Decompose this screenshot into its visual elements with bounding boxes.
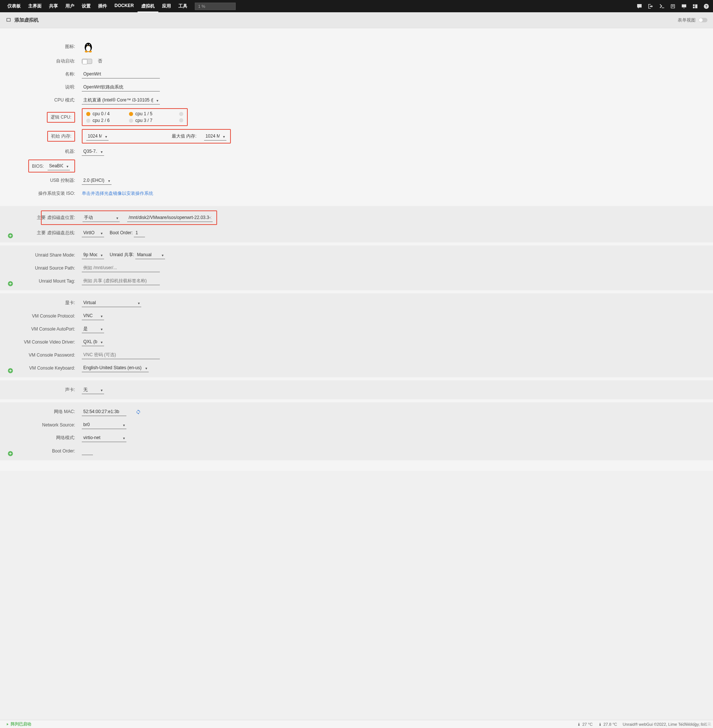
- nav-items: 仪表板 主界面 共享 用户 设置 插件 DOCKER 虚拟机 应用 工具: [4, 0, 191, 12]
- cpu6-dot[interactable]: [179, 118, 183, 122]
- cpu2-label: cpu 2 / 6: [92, 118, 110, 123]
- share-label2: Unraid 共享:: [110, 252, 134, 257]
- network-section: 网络 MAC: Network Source: br0 网络模式: virtio…: [0, 402, 713, 460]
- vdisk-bus-select[interactable]: VirtIO: [82, 229, 104, 237]
- share-mode-label: Unraid Share Mode:: [0, 252, 82, 258]
- source-path-label: Unraid Source Path:: [0, 266, 82, 271]
- desc-input[interactable]: [82, 83, 160, 91]
- sound-label: 声卡:: [0, 387, 82, 393]
- cpu2-dot[interactable]: [86, 119, 90, 123]
- add-share-button[interactable]: [7, 281, 13, 286]
- share-mode-select[interactable]: 9p Mode: [82, 251, 104, 259]
- layout-icon[interactable]: [692, 3, 698, 9]
- nav-users[interactable]: 用户: [62, 0, 78, 12]
- terminal-icon[interactable]: [659, 3, 665, 9]
- nav-vms[interactable]: 虚拟机: [137, 0, 158, 12]
- feedback-icon[interactable]: [637, 3, 642, 9]
- cpu3-dot[interactable]: [129, 119, 133, 123]
- video-driver-select[interactable]: QXL (best): [82, 338, 104, 346]
- vdisk-path-input[interactable]: [127, 213, 213, 222]
- gpu-select[interactable]: Virtual: [82, 298, 141, 307]
- nav-settings[interactable]: 设置: [78, 0, 94, 12]
- cpu4-dot[interactable]: [179, 112, 183, 116]
- logout-icon[interactable]: [647, 3, 653, 9]
- desc-label: 说明:: [0, 84, 82, 90]
- cpu1-dot[interactable]: [129, 112, 133, 116]
- linux-tux-icon[interactable]: [82, 40, 95, 53]
- autostart-label: 自动启动:: [0, 58, 82, 64]
- name-input[interactable]: [82, 70, 160, 78]
- add-nic-button[interactable]: [7, 451, 13, 456]
- mount-tag-input[interactable]: [82, 277, 160, 285]
- monitor-icon[interactable]: [681, 3, 687, 9]
- add-vdisk-button[interactable]: [7, 233, 13, 239]
- usb-select[interactable]: 2.0 (EHCI): [82, 176, 112, 185]
- cpu3-label: cpu 3 / 7: [135, 118, 152, 123]
- console-pass-label: VM Console Password:: [0, 352, 82, 358]
- share-section: Unraid Share Mode: 9p Mode Unraid 共享: Ma…: [0, 245, 713, 290]
- usb-label: USB 控制器:: [0, 178, 82, 183]
- console-auto-select[interactable]: 是: [82, 325, 104, 333]
- net-source-select[interactable]: br0: [82, 421, 127, 429]
- nav-apps[interactable]: 应用: [158, 0, 175, 12]
- gpu-label: 显卡:: [0, 300, 82, 306]
- console-kb-select[interactable]: English-United States (en-us): [82, 364, 149, 372]
- autostart-text: 否: [98, 58, 102, 64]
- init-mem-label: 初始 内存:: [47, 131, 75, 142]
- name-label: 名称:: [0, 71, 82, 78]
- nav-plugins[interactable]: 插件: [94, 0, 111, 12]
- svg-point-8: [85, 51, 88, 52]
- cpu-mode-select[interactable]: 主机直通 (Intel® Core™ i3-10105 @ 3.70GHz): [82, 96, 160, 104]
- top-nav: 仪表板 主界面 共享 用户 设置 插件 DOCKER 虚拟机 应用 工具 ?: [0, 0, 713, 12]
- nav-main[interactable]: 主界面: [25, 0, 45, 12]
- boot-order2-input[interactable]: [82, 446, 93, 455]
- net-source-label: Network Source:: [0, 422, 82, 428]
- vdisk-loc-select[interactable]: 手动: [82, 213, 120, 222]
- form-view-label: 表单视图: [678, 17, 695, 24]
- sound-select[interactable]: 无: [82, 386, 104, 394]
- cpu1-label: cpu 1 / 5: [135, 111, 152, 116]
- console-pass-input[interactable]: [82, 351, 160, 359]
- net-mode-select[interactable]: virtio-net: [82, 434, 127, 442]
- nav-tools[interactable]: 工具: [175, 0, 191, 12]
- init-mem-select[interactable]: 1024 MB: [86, 132, 109, 140]
- console-proto-label: VM Console Protocol:: [0, 313, 82, 319]
- svg-point-9: [89, 51, 92, 52]
- source-path-input[interactable]: [82, 264, 160, 272]
- form-view-toggle[interactable]: [698, 18, 707, 22]
- console-section: 显卡: Virtual VM Console Protocol: VNC VM …: [0, 293, 713, 377]
- machine-select[interactable]: Q35-7.1: [82, 147, 104, 156]
- iso-label: 操作系统安装 ISO:: [0, 190, 82, 197]
- iso-link[interactable]: 单击并选择光盘镜像以安装操作系统: [82, 190, 153, 197]
- help-icon[interactable]: ?: [703, 3, 709, 9]
- refresh-mac-icon[interactable]: [136, 409, 141, 415]
- console-proto-select[interactable]: VNC: [82, 312, 104, 320]
- log-icon[interactable]: [670, 3, 676, 9]
- nav-icons: ?: [637, 3, 709, 9]
- cpu0-dot[interactable]: [86, 112, 90, 116]
- search-input[interactable]: [195, 3, 236, 10]
- nav-dashboard[interactable]: 仪表板: [4, 0, 25, 12]
- vdisk-highlight: 手动: [41, 210, 217, 225]
- subheader: 添加虚拟机 表单视图: [0, 12, 713, 28]
- vdisk-section: 主要 虚拟磁盘位置: 手动 主要 虚拟磁盘总线: VirtIO Boot Ord…: [0, 206, 713, 242]
- add-gpu-button[interactable]: [7, 368, 13, 374]
- cpu0-label: cpu 0 / 4: [92, 111, 110, 116]
- mem-highlight-box: 1024 MB 最大值 内存: 1024 MB: [82, 129, 231, 143]
- mac-label: 网络 MAC:: [0, 409, 82, 415]
- cpu-mode-label: CPU 模式:: [0, 97, 82, 103]
- mac-input[interactable]: [82, 407, 127, 416]
- bios-highlight: BIOS: SeaBIOS: [28, 160, 75, 173]
- max-mem-select[interactable]: 1024 MB: [204, 132, 227, 140]
- logical-cpu-label: 逻辑 CPU:: [47, 112, 75, 123]
- icon-label: 图标:: [0, 43, 82, 50]
- bios-select[interactable]: SeaBIOS: [48, 162, 70, 170]
- boot-order-input[interactable]: [134, 229, 145, 237]
- share-select2[interactable]: Manual: [135, 251, 165, 259]
- sound-section: 声卡: 无: [0, 380, 713, 399]
- nav-shares[interactable]: 共享: [45, 0, 62, 12]
- autostart-toggle[interactable]: [82, 59, 92, 64]
- nav-docker[interactable]: DOCKER: [111, 0, 137, 12]
- max-mem-label: 最大值 内存:: [172, 133, 197, 139]
- page-title: 添加虚拟机: [15, 17, 678, 24]
